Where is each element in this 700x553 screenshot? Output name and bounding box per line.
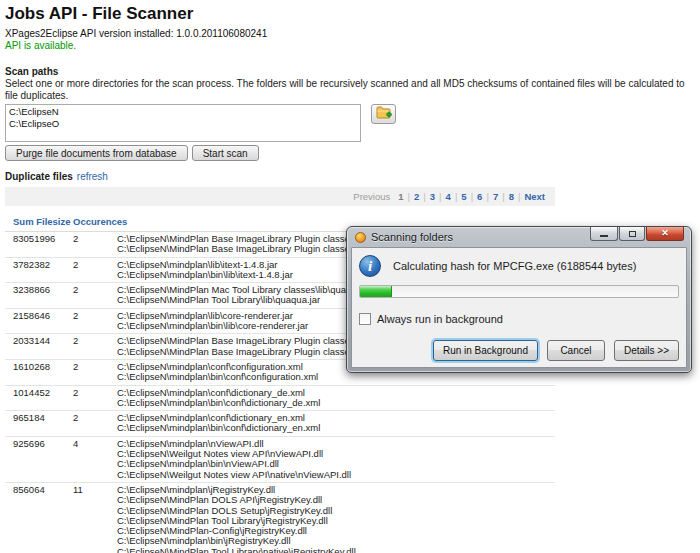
refresh-link[interactable]: refresh bbox=[77, 171, 108, 182]
occurences-value: 2 bbox=[73, 336, 117, 357]
always-run-label: Always run in background bbox=[377, 313, 503, 325]
details-button[interactable]: Details >> bbox=[614, 340, 679, 361]
file-paths: C:\EclipseN\mindplan\conf\dictionary_de.… bbox=[117, 388, 555, 409]
occurences-value: 2 bbox=[73, 362, 117, 383]
occurences-value: 2 bbox=[73, 234, 117, 255]
sum-filesize-value: 856064 bbox=[13, 485, 73, 553]
occurences-value: 11 bbox=[73, 485, 117, 553]
duplicate-files-heading: Duplicate filesrefresh bbox=[5, 171, 700, 183]
occurences-value: 2 bbox=[73, 388, 117, 409]
occurences-value: 2 bbox=[73, 285, 117, 306]
occurences-value: 2 bbox=[73, 260, 117, 281]
minimize-icon bbox=[600, 235, 608, 237]
pagination-separator: | bbox=[486, 191, 488, 202]
scanning-dialog: Scanning folders ✕ i Calculating hash fo… bbox=[346, 226, 692, 373]
always-run-checkbox[interactable] bbox=[359, 313, 371, 325]
pagination-item-3[interactable]: 3 bbox=[430, 191, 435, 202]
pagination-item-8[interactable]: 8 bbox=[509, 191, 514, 202]
pagination-separator: | bbox=[439, 191, 441, 202]
dialog-title: Scanning folders bbox=[371, 231, 453, 243]
pagination-item-next[interactable]: Next bbox=[524, 191, 545, 202]
pagination-item-5[interactable]: 5 bbox=[461, 191, 466, 202]
maximize-icon bbox=[629, 231, 636, 237]
pagination-item-2[interactable]: 2 bbox=[414, 191, 419, 202]
pagination: Previous1|2|3|4|5|6|7|8|Next bbox=[5, 187, 555, 206]
occurences-header-link[interactable]: Occurences bbox=[73, 216, 117, 227]
pagination-separator: | bbox=[471, 191, 473, 202]
sum-filesize-value: 2033144 bbox=[13, 336, 73, 357]
folder-plus-icon bbox=[376, 106, 392, 122]
sum-filesize-value: 925696 bbox=[13, 439, 73, 480]
file-path: C:\EclipseN\MindPlan DOLS API\jRegistryK… bbox=[117, 495, 555, 505]
pagination-item-7[interactable]: 7 bbox=[493, 191, 498, 202]
api-status-text: API is available. bbox=[5, 40, 700, 52]
file-path: C:\EclipseN\MindPlan Tool Library\native… bbox=[117, 547, 555, 553]
run-in-background-button[interactable]: Run in Background bbox=[433, 340, 538, 361]
pagination-separator: | bbox=[408, 191, 410, 202]
file-paths: C:\EclipseN\mindplan\jRegistryKey.dllC:\… bbox=[117, 485, 555, 553]
table-row: 10144522C:\EclipseN\mindplan\conf\dictio… bbox=[5, 386, 555, 412]
scan-paths-description: Select one or more directories for the s… bbox=[5, 78, 700, 102]
scan-paths-heading: Scan paths bbox=[5, 66, 700, 78]
pagination-separator: | bbox=[423, 191, 425, 202]
occurences-value: 2 bbox=[73, 413, 117, 434]
dialog-message-row: i Calculating hash for MPCFG.exe (618854… bbox=[359, 254, 679, 278]
maximize-button[interactable] bbox=[619, 227, 645, 241]
window-controls: ✕ bbox=[589, 227, 684, 241]
dialog-message: Calculating hash for MPCFG.exe (6188544 … bbox=[393, 260, 636, 272]
pagination-item-1: 1 bbox=[398, 191, 403, 202]
pagination-separator: | bbox=[502, 191, 504, 202]
file-path: C:\EclipseN\mindplan\bin\conf\configurat… bbox=[117, 372, 555, 382]
table-row: 85606411C:\EclipseN\mindplan\jRegistryKe… bbox=[5, 483, 555, 553]
page-title: Jobs API - File Scanner bbox=[5, 4, 700, 24]
pagination-separator: | bbox=[455, 191, 457, 202]
sum-filesize-value: 3782382 bbox=[13, 260, 73, 281]
table-row: 9256964C:\EclipseN\mindplan\nViewAPI.dll… bbox=[5, 437, 555, 483]
file-path: C:\EclipseN\mindplan\bin\conf\dictionary… bbox=[117, 423, 555, 433]
pagination-item-6[interactable]: 6 bbox=[477, 191, 482, 202]
purge-button[interactable]: Purge file documents from database bbox=[5, 145, 188, 161]
duplicate-files-label: Duplicate files bbox=[5, 171, 73, 182]
app-icon bbox=[355, 232, 366, 243]
dialog-buttons: Run in Background Cancel Details >> bbox=[433, 340, 679, 361]
pagination-item-4[interactable]: 4 bbox=[446, 191, 451, 202]
add-directory-button[interactable] bbox=[371, 104, 396, 124]
sum-filesize-value: 3238866 bbox=[13, 285, 73, 306]
sum-filesize-value: 1014452 bbox=[13, 388, 73, 409]
pagination-item-previous: Previous bbox=[353, 191, 390, 202]
minimize-button[interactable] bbox=[590, 227, 618, 241]
cancel-button[interactable]: Cancel bbox=[547, 340, 605, 361]
api-version-text: XPages2Eclipse API version installed: 1.… bbox=[5, 28, 700, 40]
sum-filesize-header-link[interactable]: Sum Filesize bbox=[13, 216, 73, 227]
always-run-row: Always run in background bbox=[359, 312, 679, 325]
sum-filesize-value: 1610268 bbox=[13, 362, 73, 383]
sum-filesize-value: 965184 bbox=[13, 413, 73, 434]
occurences-value: 4 bbox=[73, 439, 117, 480]
close-icon: ✕ bbox=[661, 229, 669, 238]
occurences-value: 2 bbox=[73, 311, 117, 332]
sum-filesize-value: 2158646 bbox=[13, 311, 73, 332]
table-row: 9651842C:\EclipseN\mindplan\conf\diction… bbox=[5, 411, 555, 437]
scan-actions: Purge file documents from database Start… bbox=[5, 145, 700, 161]
file-paths: C:\EclipseN\mindplan\nViewAPI.dllC:\Ecli… bbox=[117, 439, 555, 480]
start-scan-button[interactable]: Start scan bbox=[192, 145, 259, 161]
close-button[interactable]: ✕ bbox=[646, 227, 684, 241]
file-path: C:\EclipseN\mindplan\bin\conf\dictionary… bbox=[117, 398, 555, 408]
dialog-body: i Calculating hash for MPCFG.exe (618854… bbox=[351, 247, 687, 368]
scan-paths-row: C:\EclipseN C:\EclipseO bbox=[5, 104, 700, 142]
pagination-separator: | bbox=[518, 191, 520, 202]
scan-paths-textarea[interactable]: C:\EclipseN C:\EclipseO bbox=[5, 104, 361, 142]
progress-bar bbox=[359, 285, 679, 298]
sum-filesize-value: 83051996 bbox=[13, 234, 73, 255]
file-path: C:\EclipseN\Weilgut Notes view API\nativ… bbox=[117, 470, 555, 480]
progress-fill bbox=[360, 286, 392, 297]
file-paths: C:\EclipseN\mindplan\conf\dictionary_en.… bbox=[117, 413, 555, 434]
info-icon: i bbox=[359, 255, 381, 277]
